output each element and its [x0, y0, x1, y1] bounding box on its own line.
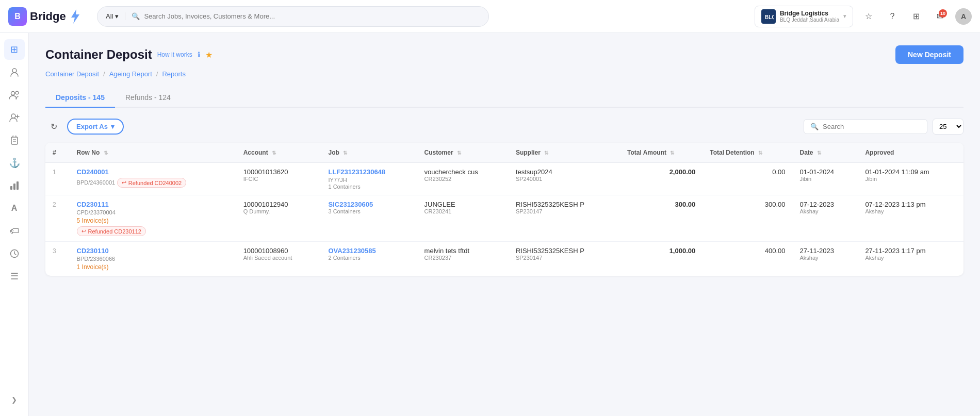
job-link[interactable]: SIC231230605 — [329, 201, 410, 208]
job-link[interactable]: LLF231231230648 — [329, 168, 410, 176]
cell-approved: 01-01-2024 11:09 am Jibin — [858, 163, 963, 195]
cell-num: 3 — [45, 242, 70, 276]
breadcrumb: Container Deposit / Ageing Report / Repo… — [45, 70, 963, 78]
sort-icon[interactable]: ⇅ — [457, 150, 461, 156]
cell-total-detention: 400.00 — [703, 242, 792, 276]
refresh-button[interactable]: ↻ — [45, 118, 62, 135]
col-approved: Approved — [858, 143, 963, 163]
help-icon[interactable]: ? — [884, 8, 901, 25]
job-link[interactable]: OVA231230585 — [329, 247, 410, 255]
col-date: Date ⇅ — [793, 143, 858, 163]
sidebar-item-tag[interactable]: 🏷 — [4, 221, 25, 241]
page-header: Container Deposit How it works ℹ ★ New D… — [45, 45, 963, 64]
main-content: Container Deposit How it works ℹ ★ New D… — [29, 33, 980, 416]
breadcrumb-reports[interactable]: Reports — [162, 70, 186, 78]
cell-approved: 27-11-2023 1:17 pm Akshay — [858, 242, 963, 276]
sort-icon[interactable]: ⇅ — [544, 150, 548, 156]
cell-account: 100001012940 Q Dummy. — [236, 195, 321, 242]
tab-refunds[interactable]: Refunds - 124 — [115, 88, 181, 108]
breadcrumb-container-deposit[interactable]: Container Deposit — [45, 70, 99, 78]
cell-total-detention: 0.00 — [703, 163, 792, 195]
cell-supplier: RISHI5325325KESH P SP230147 — [509, 242, 620, 276]
page-title: Container Deposit — [45, 47, 152, 62]
sidebar-item-chart[interactable] — [4, 175, 25, 196]
sidebar-item-clipboard[interactable] — [4, 130, 25, 151]
cell-num: 2 — [45, 195, 70, 242]
sort-icon[interactable]: ⇅ — [817, 150, 821, 156]
cell-row-no: CD230111 CPD/23370004 5 Invoice(s) ↩ Ref… — [70, 195, 236, 242]
breadcrumb-ageing-report[interactable]: Ageing Report — [109, 70, 152, 78]
svg-point-5 — [15, 91, 19, 94]
avatar[interactable]: A — [955, 8, 972, 25]
cell-row-no: CD240001 BPD/24360001 ↩ Refunded CD24000… — [70, 163, 236, 195]
refund-badge: ↩ Refunded CD240002 — [117, 178, 186, 188]
sidebar-collapse-icon[interactable]: ❯ — [4, 389, 25, 410]
cell-job: OVA231230585 2 Containers — [321, 242, 417, 276]
cell-row-no: CD230110 BPD/23360066 1 Invoice(s) — [70, 242, 236, 276]
global-search-input[interactable] — [144, 12, 480, 20]
topnav: B Bridge All ▾ 🔍 BLQ Bridge Logistics BL… — [0, 0, 980, 33]
deposit-link[interactable]: CD240001 — [77, 168, 229, 176]
sidebar-item-add-user[interactable] — [4, 107, 25, 128]
invoice-link[interactable]: 5 Invoice(s) — [77, 217, 229, 224]
toolbar-right: 🔍 25 50 100 — [804, 119, 963, 135]
svg-point-4 — [11, 92, 14, 95]
sort-icon[interactable]: ⇅ — [758, 150, 762, 156]
cell-customer: vouchercheck cus CR230252 — [417, 163, 509, 195]
sort-icon[interactable]: ⇅ — [272, 150, 276, 156]
sort-icon[interactable]: ⇅ — [104, 150, 108, 156]
sort-icon[interactable]: ⇅ — [343, 150, 347, 156]
col-total-detention: Total Detention ⇅ — [703, 143, 792, 163]
grid-apps-icon[interactable]: ⊞ — [908, 8, 924, 25]
deposits-table: # Row No ⇅ Account ⇅ Job ⇅ Customer ⇅ Su… — [45, 143, 963, 276]
favorite-star-icon[interactable]: ★ — [205, 50, 213, 60]
table-row: 2 CD230111 CPD/23370004 5 Invoice(s) ↩ R… — [45, 195, 963, 242]
sidebar-item-font[interactable]: A — [4, 198, 25, 219]
table-search-box: 🔍 — [804, 119, 927, 134]
logo: B Bridge — [8, 7, 91, 26]
sidebar: ⊞ ⚓ A 🏷 ☰ ❯ — [0, 33, 29, 416]
cell-total-amount: 1,000.00 — [620, 242, 703, 276]
nav-right: BLQ Bridge Logistics BLQ Jeddah,Saudi Ar… — [755, 6, 972, 27]
tab-deposits[interactable]: Deposits - 145 — [45, 88, 115, 108]
table-search-input[interactable] — [823, 123, 921, 130]
favorites-icon[interactable]: ☆ — [860, 8, 877, 25]
sidebar-item-users[interactable] — [4, 85, 25, 105]
company-logo: BLQ — [761, 9, 776, 24]
how-it-works-link[interactable]: How it works — [157, 51, 192, 58]
cell-customer: melvin tets tftdt CR230237 — [417, 242, 509, 276]
cell-supplier: testsup2024 SP240001 — [509, 163, 620, 195]
info-icon[interactable]: ℹ — [198, 51, 200, 59]
sort-icon[interactable]: ⇅ — [670, 150, 674, 156]
cell-total-amount: 2,000.00 — [620, 163, 703, 195]
deposit-link[interactable]: CD230110 — [77, 247, 229, 255]
sidebar-item-anchor[interactable]: ⚓ — [4, 153, 25, 173]
page-size-select[interactable]: 25 50 100 — [933, 119, 963, 135]
sidebar-item-menu[interactable]: ☰ — [4, 266, 25, 287]
cell-approved: 07-12-2023 1:13 pm Akshay — [858, 195, 963, 242]
new-deposit-button[interactable]: New Deposit — [895, 45, 963, 64]
search-filter-dropdown[interactable]: All ▾ — [106, 12, 125, 20]
invoice-link[interactable]: 1 Invoice(s) — [77, 263, 229, 271]
table-row: 3 CD230110 BPD/23360066 1 Invoice(s) 100… — [45, 242, 963, 276]
col-account: Account ⇅ — [236, 143, 321, 163]
cell-job: LLF231231230648 IY77JH 1 Containers — [321, 163, 417, 195]
cell-total-detention: 300.00 — [703, 195, 792, 242]
sidebar-item-user[interactable] — [4, 62, 25, 82]
export-as-button[interactable]: Export As ▾ — [67, 119, 124, 135]
page-title-row: Container Deposit How it works ℹ ★ — [45, 47, 213, 62]
col-job: Job ⇅ — [321, 143, 417, 163]
deposit-link[interactable]: CD230111 — [77, 201, 229, 208]
company-selector[interactable]: BLQ Bridge Logistics BLQ Jeddah,Saudi Ar… — [755, 6, 853, 27]
company-info: Bridge Logistics BLQ Jeddah,Saudi Arabia — [780, 10, 839, 23]
notifications-icon[interactable]: ✉ 10 — [932, 8, 948, 25]
search-icon: 🔍 — [132, 12, 140, 20]
sidebar-item-history[interactable] — [4, 243, 25, 264]
app-layout: ⊞ ⚓ A 🏷 ☰ ❯ Container Deposit How — [0, 33, 980, 416]
breadcrumb-separator-1: / — [103, 70, 105, 78]
table-row: 1 CD240001 BPD/24360001 ↩ Refunded CD240… — [45, 163, 963, 195]
table-search-icon: 🔍 — [810, 123, 819, 130]
sidebar-item-grid[interactable]: ⊞ — [4, 39, 25, 60]
cell-date: 27-11-2023 Akshay — [793, 242, 858, 276]
cell-account: 100001013620 IFCIC — [236, 163, 321, 195]
